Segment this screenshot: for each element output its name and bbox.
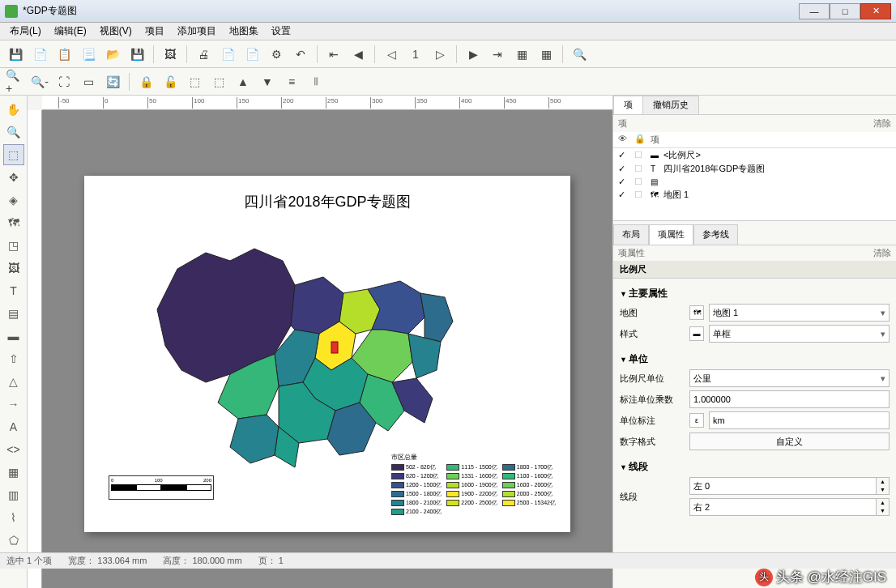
tab-undo-history[interactable]: 撤销历史	[642, 96, 699, 114]
props-search-clear[interactable]: 清除	[873, 247, 891, 259]
page-back-icon[interactable]: ◁	[381, 44, 402, 65]
lock-icon[interactable]: 🔒	[135, 71, 156, 92]
section-segments[interactable]: 线段	[620, 457, 890, 477]
add-html-icon[interactable]: <>	[3, 439, 24, 460]
refresh-icon[interactable]: 🔄	[102, 71, 123, 92]
first-icon[interactable]: ⇤	[323, 44, 344, 65]
atlas-icon[interactable]: ▦	[511, 44, 532, 65]
input-unit-label[interactable]: km	[709, 411, 890, 429]
page-fwd-icon[interactable]: ▷	[429, 44, 450, 65]
add-polygon-icon[interactable]: ⬠	[3, 530, 24, 551]
visibility-checkbox[interactable]: ✓	[618, 177, 634, 187]
zoom-100-icon[interactable]: ▭	[78, 71, 99, 92]
page-num[interactable]: 1	[405, 44, 426, 65]
last-icon[interactable]: ⇥	[487, 44, 508, 65]
add-table-icon[interactable]: ▦	[3, 462, 24, 483]
export-image-icon[interactable]: 🖼	[160, 44, 181, 65]
save-template-icon[interactable]: 💾	[126, 44, 147, 65]
canvas[interactable]: 四川省2018年GDP专题图	[42, 110, 612, 588]
edit-nodes-icon[interactable]: ◈	[3, 190, 24, 211]
tab-items[interactable]: 项	[613, 96, 643, 114]
legend-item[interactable]: 市区总量 502 - 820亿820 - 1200亿1200 - 1500亿15…	[391, 453, 556, 516]
spinner-segments-right[interactable]: 右 2 ▲▼	[689, 498, 890, 516]
move-content-icon[interactable]: ✥	[3, 167, 24, 188]
visibility-checkbox[interactable]: ✓	[618, 164, 634, 174]
atlas-settings-icon[interactable]: 🔍	[569, 44, 590, 65]
group-icon[interactable]: ⬚	[184, 71, 205, 92]
minimize-button[interactable]: —	[799, 3, 830, 19]
layer-row[interactable]: ✓☐▤	[613, 176, 896, 188]
select-map[interactable]: 地图 1	[709, 304, 890, 322]
add-3dmap-icon[interactable]: ◳	[3, 235, 24, 256]
prev-icon[interactable]: ◀	[348, 44, 369, 65]
menu-item-5[interactable]: 地图集	[223, 23, 265, 40]
zoom-out-icon[interactable]: 🔍-	[29, 71, 50, 92]
page-setup-icon[interactable]: 📃	[78, 44, 99, 65]
select-scale-unit[interactable]: 公里	[689, 369, 890, 387]
close-button[interactable]: ✕	[860, 3, 891, 19]
new-layout-icon[interactable]: 📄	[29, 44, 50, 65]
section-units[interactable]: 单位	[620, 349, 890, 369]
add-nodeitem-icon[interactable]: A	[3, 416, 24, 437]
add-polyline-icon[interactable]: ⌇	[3, 507, 24, 528]
add-label-icon[interactable]: T	[3, 280, 24, 301]
add-attr-icon[interactable]: ▥	[3, 484, 24, 505]
layer-row[interactable]: ✓☐T四川省2018年GDP专题图	[613, 162, 896, 176]
pan-tool-icon[interactable]: ✋	[3, 99, 24, 120]
lock-checkbox[interactable]: ☐	[634, 177, 651, 187]
lock-checkbox[interactable]: ☐	[634, 164, 651, 174]
layout-settings-icon[interactable]: ⚙	[266, 44, 287, 65]
map-title[interactable]: 四川省2018年GDP专题图	[84, 192, 570, 211]
menu-item-6[interactable]: 设置	[265, 23, 297, 40]
raise-icon[interactable]: ▲	[233, 71, 254, 92]
layer-row[interactable]: ✓☐🗺地图 1	[613, 188, 896, 202]
zoom-tool-icon[interactable]: 🔍	[3, 121, 24, 143]
ungroup-icon[interactable]: ⬚	[208, 71, 229, 92]
visibility-checkbox[interactable]: ✓	[618, 190, 634, 200]
open-icon[interactable]: 📂	[102, 44, 123, 65]
menu-item-1[interactable]: 编辑(E)	[48, 23, 93, 40]
align-icon[interactable]: ≡	[281, 71, 302, 92]
visibility-checkbox[interactable]: ✓	[618, 150, 634, 160]
scalebar-item[interactable]: 0100200	[109, 475, 214, 500]
items-search-clear[interactable]: 清除	[873, 117, 891, 130]
zoom-fit-icon[interactable]: ⛶	[53, 71, 75, 92]
export-svg-icon[interactable]: 📄	[241, 44, 262, 65]
export-pdf-icon[interactable]: 📄	[217, 44, 238, 65]
menu-item-4[interactable]: 添加项目	[171, 23, 223, 40]
select-style[interactable]: 单框	[709, 325, 890, 343]
next-icon[interactable]: ▶	[463, 44, 484, 65]
add-legend-icon[interactable]: ▤	[3, 303, 24, 324]
menu-item-2[interactable]: 视图(V)	[93, 23, 139, 40]
lock-checkbox[interactable]: ☐	[634, 190, 651, 200]
expression-icon[interactable]: ε	[689, 413, 704, 428]
add-arrow-icon[interactable]: →	[3, 394, 24, 415]
atlas-export-icon[interactable]: ▦	[535, 44, 557, 65]
layout-page[interactable]: 四川省2018年GDP专题图	[84, 176, 570, 532]
button-number-format[interactable]: 自定义	[689, 432, 890, 450]
layer-row[interactable]: ✓☐▬<比例尺>	[613, 148, 896, 162]
select-tool-icon[interactable]: ⬚	[3, 144, 24, 165]
duplicate-icon[interactable]: 📋	[53, 44, 75, 65]
tab-item-properties[interactable]: 项属性	[649, 224, 693, 245]
maximize-button[interactable]: □	[830, 3, 860, 19]
tab-layout[interactable]: 布局	[613, 224, 649, 245]
tab-guides[interactable]: 参考线	[693, 224, 738, 245]
lock-checkbox[interactable]: ☐	[634, 150, 651, 160]
add-map-icon[interactable]: 🗺	[3, 212, 24, 233]
save-icon[interactable]: 💾	[5, 44, 26, 65]
undo-icon[interactable]: ↶	[290, 44, 311, 65]
distribute-icon[interactable]: ⫴	[305, 71, 326, 92]
lower-icon[interactable]: ▼	[257, 71, 278, 92]
menu-item-0[interactable]: 布局(L)	[3, 23, 48, 40]
zoom-in-icon[interactable]: 🔍+	[5, 71, 26, 92]
add-scalebar-icon[interactable]: ▬	[3, 326, 24, 347]
spinner-segments-left[interactable]: 左 0 ▲▼	[689, 477, 890, 495]
add-northarrow-icon[interactable]: ⇧	[3, 348, 24, 369]
add-picture-icon[interactable]: 🖼	[3, 258, 24, 279]
input-unit-multiplier[interactable]: 1.000000	[689, 390, 890, 408]
print-icon[interactable]: 🖨	[193, 44, 214, 65]
unlock-icon[interactable]: 🔓	[160, 71, 181, 92]
section-main[interactable]: 主要属性	[620, 283, 890, 304]
menu-item-3[interactable]: 项目	[139, 23, 171, 40]
